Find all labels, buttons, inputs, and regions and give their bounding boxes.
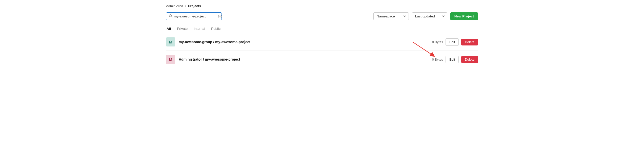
clear-search-icon[interactable] [218,15,222,18]
last-updated-dropdown[interactable]: Last updated [412,12,447,20]
avatar: M [166,55,175,64]
edit-button[interactable]: Edit [446,56,459,63]
tab-all[interactable]: All [166,25,171,33]
search-input[interactable] [174,14,217,18]
namespace-dropdown[interactable]: Namespace [373,12,409,20]
tab-public[interactable]: Public [211,25,221,33]
tab-internal[interactable]: Internal [193,25,206,33]
toolbar: Namespace Last updated New Project [166,12,478,20]
search-icon [169,14,172,18]
project-actions: 0 Bytes Edit Delete [432,38,478,46]
size-badge: 0 Bytes [432,40,443,44]
breadcrumb-current: Projects [188,4,201,8]
project-name: Administrator / my-awesome-project [179,57,429,61]
size-badge: 0 Bytes [432,58,443,61]
breadcrumb: Admin Area > Projects [166,4,478,8]
namespace-dropdown-wrapper: Namespace [373,12,409,20]
svg-line-1 [171,17,172,18]
edit-button[interactable]: Edit [446,38,459,46]
new-project-button[interactable]: New Project [450,12,478,20]
delete-button[interactable]: Delete [461,39,478,45]
last-updated-dropdown-wrapper: Last updated [412,12,447,20]
breadcrumb-separator: > [185,4,187,8]
project-name: my-awesome-group / my-awesome-project [179,40,429,44]
breadcrumb-parent[interactable]: Admin Area [166,4,183,8]
search-wrapper [166,12,222,20]
table-row: M Administrator / my-awesome-project 0 B… [166,51,478,68]
avatar: M [166,37,175,46]
project-list: M my-awesome-group / my-awesome-project … [166,33,478,68]
project-tabs: All Private Internal Public [166,25,478,33]
delete-button[interactable]: Delete [461,56,478,63]
project-actions: 0 Bytes Edit Delete [432,56,478,63]
tab-private[interactable]: Private [176,25,188,33]
table-row: M my-awesome-group / my-awesome-project … [166,33,478,51]
